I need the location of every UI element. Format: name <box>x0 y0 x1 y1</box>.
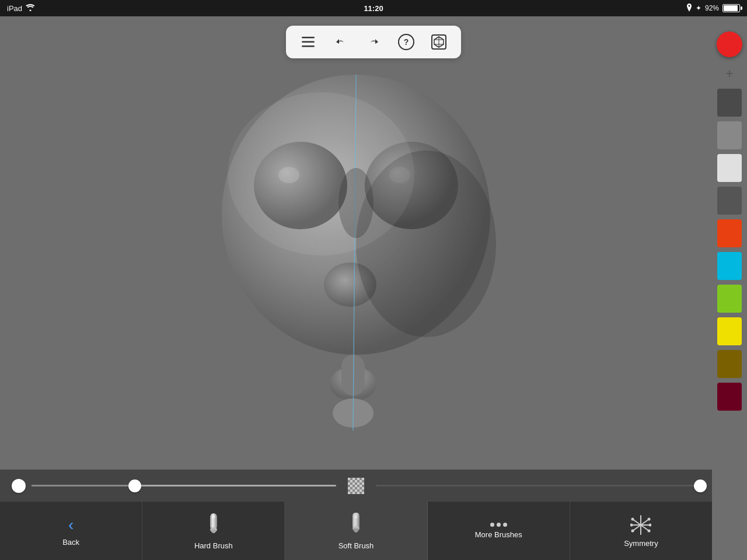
opacity-slider-track[interactable] <box>376 485 700 487</box>
hard-brush-icon <box>205 512 222 538</box>
opacity-icon <box>348 478 364 494</box>
svg-point-42 <box>649 523 652 526</box>
back-button[interactable]: ‹ Back <box>0 502 142 560</box>
device-label: iPad <box>7 4 22 13</box>
color-swatch-light-gray[interactable] <box>715 152 744 184</box>
undo-button[interactable] <box>330 32 351 52</box>
battery-indicator <box>722 4 740 12</box>
svg-line-30 <box>633 519 641 525</box>
color-swatch-mid-gray[interactable] <box>715 119 744 152</box>
more-brushes-label: More Brushes <box>475 530 522 539</box>
size-slider-start-icon <box>12 479 26 493</box>
back-label: Back <box>62 538 79 547</box>
svg-rect-0 <box>302 37 315 38</box>
hard-brush-label: Hard Brush <box>194 541 233 550</box>
svg-point-39 <box>630 523 633 526</box>
svg-rect-2 <box>302 46 315 47</box>
redo-button[interactable] <box>363 32 384 52</box>
brush-bar: ‹ Back Hard Brush <box>0 502 712 560</box>
size-slider-thumb[interactable] <box>128 480 141 492</box>
status-bar: iPad 11:20 ✦ 92% <box>0 0 747 16</box>
color-swatch-yellow[interactable] <box>715 315 744 348</box>
svg-line-34 <box>641 525 649 531</box>
sculpt-model[interactable] <box>193 69 519 442</box>
svg-rect-1 <box>302 41 315 43</box>
more-brushes-button[interactable]: More Brushes <box>428 502 570 560</box>
svg-rect-29 <box>354 513 358 515</box>
color-panel: + <box>712 16 747 560</box>
opacity-slider-container <box>376 485 700 487</box>
view3d-button[interactable] <box>428 32 449 52</box>
opacity-slider-thumb[interactable] <box>694 480 707 492</box>
size-slider-container <box>12 479 336 493</box>
active-color-swatch[interactable] <box>715 28 744 61</box>
color-swatch-orange-red[interactable] <box>715 217 744 250</box>
more-dots-icon <box>490 523 507 527</box>
size-slider-track[interactable] <box>32 485 336 487</box>
status-left: iPad <box>7 4 35 13</box>
svg-line-33 <box>641 519 649 525</box>
svg-point-25 <box>212 515 215 519</box>
color-swatch-olive[interactable] <box>715 348 744 380</box>
soft-brush-button[interactable]: Soft Brush <box>285 502 427 560</box>
bluetooth-icon: ✦ <box>696 4 701 12</box>
svg-point-28 <box>354 515 358 519</box>
color-swatch-lime[interactable] <box>715 282 744 315</box>
slider-row <box>0 470 712 502</box>
back-chevron-icon: ‹ <box>68 516 74 534</box>
svg-text:?: ? <box>404 37 409 47</box>
svg-point-41 <box>648 529 651 532</box>
soft-brush-icon <box>348 512 364 538</box>
svg-line-31 <box>633 525 641 531</box>
svg-point-38 <box>631 529 634 532</box>
location-icon <box>686 4 692 13</box>
toolbar: ? <box>286 26 461 58</box>
add-color-button[interactable]: + <box>715 61 744 86</box>
help-button[interactable]: ? <box>396 32 417 52</box>
color-swatch-medium-gray2[interactable] <box>715 184 744 217</box>
status-time: 11:20 <box>364 4 383 13</box>
color-swatch-dark-red[interactable] <box>715 380 744 413</box>
menu-button[interactable] <box>298 32 319 52</box>
symmetry-label: Symmetry <box>624 539 658 548</box>
hard-brush-button[interactable]: Hard Brush <box>142 502 285 560</box>
svg-point-37 <box>631 517 634 520</box>
soft-brush-label: Soft Brush <box>338 541 374 550</box>
symmetry-button[interactable]: Symmetry <box>570 502 712 560</box>
status-right: ✦ 92% <box>686 4 740 13</box>
svg-point-40 <box>648 517 651 520</box>
bottom-controls: ‹ Back Hard Brush <box>0 470 712 560</box>
battery-percent: 92% <box>705 4 719 12</box>
color-swatch-dark-gray[interactable] <box>715 86 744 119</box>
svg-point-22 <box>228 92 414 256</box>
wifi-icon <box>26 4 35 13</box>
symmetry-icon <box>630 514 651 536</box>
color-swatch-cyan[interactable] <box>715 250 744 282</box>
